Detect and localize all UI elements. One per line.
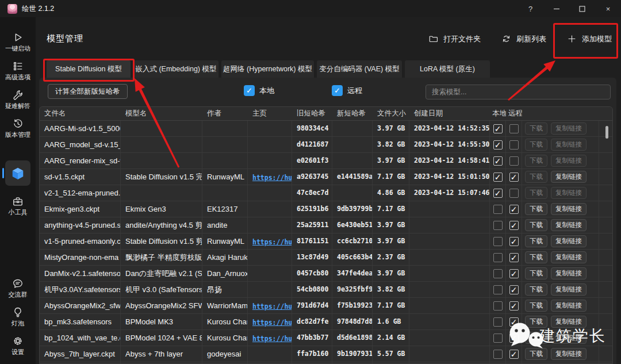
download-button[interactable]: 下载	[525, 139, 547, 151]
local-checkbox[interactable]	[493, 156, 503, 166]
local-checkbox[interactable]	[493, 350, 503, 359]
remote-checkbox[interactable]	[509, 156, 519, 166]
remote-checkbox[interactable]	[509, 253, 519, 262]
remote-checkbox[interactable]	[509, 221, 519, 230]
table-row[interactable]: v1-5-pruned-emaonly.c Stable Diffusion v…	[40, 233, 612, 250]
local-checkbox[interactable]	[493, 237, 503, 246]
remote-checkbox[interactable]	[509, 237, 519, 246]
download-button[interactable]: 下载	[525, 300, 547, 312]
local-checkbox[interactable]	[493, 285, 503, 294]
remote-checkbox[interactable]	[509, 350, 519, 359]
sidebar-item-version[interactable]: 版本管理	[2, 118, 34, 139]
local-checkbox[interactable]	[493, 269, 503, 278]
tab-hypernetwork[interactable]: 超网络 (Hypernetwork) 模型	[221, 60, 314, 78]
remote-checkbox[interactable]	[509, 285, 519, 294]
download-button[interactable]: 下载	[525, 251, 547, 263]
homepage-link[interactable]: https://hug	[252, 174, 292, 182]
copy-link-button[interactable]: 复制链接	[551, 283, 586, 296]
homepage-link[interactable]: https://hug	[252, 302, 292, 311]
add-model-button[interactable]: 添加模型	[567, 34, 612, 44]
table-row[interactable]: sd-v1.5.ckpt Stable Diffusion v1.5 完 Run…	[40, 169, 612, 185]
table-row[interactable]: AARG_model_sd-v.15_6 d4121687 3.82 GB 20…	[40, 137, 612, 153]
table-row[interactable]: 机甲v3.0AY.safetensors 机甲 v3.0 (SafeTensor…	[40, 282, 612, 298]
local-checkbox[interactable]	[493, 334, 503, 343]
refresh-list-button[interactable]: 刷新列表	[501, 34, 546, 44]
sidebar-item-community[interactable]: 交流群	[2, 278, 34, 299]
download-button[interactable]: 下载	[525, 235, 547, 247]
local-checkbox[interactable]	[493, 221, 503, 230]
copy-link-button[interactable]: 复制链接	[551, 348, 586, 360]
copy-link-button[interactable]: 复制链接	[551, 155, 586, 167]
download-button[interactable]: 下载	[525, 171, 547, 183]
local-checkbox[interactable]	[493, 317, 503, 327]
copy-link-button[interactable]: 复制链接	[551, 219, 586, 231]
table-row[interactable]: DanMix-v2.1.safetenso Danの韭寄吧融 v2.1 (Sa …	[40, 266, 612, 282]
homepage-link[interactable]: https://hug	[252, 319, 292, 327]
copy-link-button[interactable]: 复制链接	[551, 122, 586, 135]
table-row[interactable]: Abyss_7th_layer.ckpt Abyss + 7th layer g…	[40, 346, 612, 362]
download-button[interactable]: 下载	[525, 155, 547, 167]
remote-checkbox[interactable]	[509, 334, 519, 343]
copy-link-button[interactable]: 复制链接	[551, 235, 586, 247]
remote-checkbox[interactable]	[509, 301, 519, 311]
local-filter-checkbox[interactable]	[244, 85, 255, 96]
local-checkbox[interactable]	[493, 301, 503, 311]
copy-link-button[interactable]: 复制链接	[551, 316, 586, 328]
sidebar-item-troubleshoot[interactable]: 疑难解答	[2, 89, 34, 110]
close-button[interactable]: ×	[595, 0, 621, 17]
table-row[interactable]: anything-v4.5-pruned.s andite/Anything v…	[40, 217, 612, 233]
sidebar-item-tools[interactable]: 小工具	[2, 196, 34, 217]
download-button[interactable]: 下载	[525, 187, 547, 199]
local-checkbox[interactable]	[493, 253, 503, 262]
download-button[interactable]: 下载	[525, 267, 547, 279]
table-row[interactable]: bp_1024_with_vae_te.cl BPModel 1024 + VA…	[40, 330, 612, 346]
table-row[interactable]: AARG-Mi-sd-v1.5_5000 980334c4 3.97 GB 20…	[40, 121, 612, 137]
table-row[interactable]: MistyOrange-non-ema 飘渺橘子 半精度剪枝版 ( Akagi …	[40, 250, 612, 266]
remote-checkbox[interactable]	[509, 269, 519, 278]
table-row[interactable]: AARG_render-mix_sd-v e02601f3 3.97 GB 20…	[40, 153, 612, 169]
local-checkbox[interactable]	[493, 140, 503, 150]
table-row[interactable]: Ekmix-gen3.ckpt Ekmix Gen3 EK12317 62519…	[40, 201, 612, 217]
search-input[interactable]	[425, 85, 611, 99]
local-checkbox[interactable]	[493, 205, 503, 214]
remote-checkbox[interactable]	[509, 140, 519, 150]
copy-link-button[interactable]: 复制链接	[551, 171, 586, 183]
tab-vae[interactable]: 变分自编码器 (VAE) 模型	[317, 60, 402, 78]
sidebar-item-bulb[interactable]: 灯泡	[2, 306, 34, 328]
copy-link-button[interactable]: 复制链接	[551, 251, 586, 263]
copy-link-button[interactable]: 复制链接	[551, 332, 586, 344]
homepage-link[interactable]: https://hug	[252, 335, 292, 343]
tab-embedding[interactable]: 嵌入式 (Embedding) 模型	[133, 60, 218, 78]
local-checkbox[interactable]	[493, 124, 503, 133]
remote-checkbox[interactable]	[509, 317, 519, 327]
table-row[interactable]: v2-1_512-ema-pruned. 47c8ec7d 4.86 GB 20…	[40, 185, 612, 201]
remote-checkbox[interactable]	[509, 189, 519, 198]
remote-filter-checkbox[interactable]	[332, 85, 343, 96]
download-button[interactable]: 下载	[525, 122, 547, 135]
remote-checkbox[interactable]	[509, 124, 519, 133]
sidebar-item-advanced-options[interactable]: 高级选项	[2, 60, 34, 82]
local-checkbox[interactable]	[493, 173, 503, 182]
download-button[interactable]: 下载	[525, 348, 547, 360]
table-row[interactable]: bp_mk3.safetensors BPModel MK3 Kurosu Ch…	[40, 314, 612, 330]
download-button[interactable]: 下载	[525, 316, 547, 328]
local-checkbox[interactable]	[493, 189, 503, 198]
copy-link-button[interactable]: 复制链接	[551, 267, 586, 279]
tab-stable-diffusion[interactable]: Stable Diffusion 模型	[47, 60, 131, 78]
remote-checkbox[interactable]	[509, 205, 519, 214]
download-button[interactable]: 下载	[525, 219, 547, 231]
homepage-link[interactable]: https://hug	[252, 238, 292, 246]
minimize-button[interactable]	[543, 0, 569, 17]
sidebar-item-model-manager[interactable]	[5, 160, 30, 186]
remote-checkbox[interactable]	[509, 173, 519, 182]
sidebar-item-launch[interactable]: 一键启动	[2, 32, 34, 53]
download-button[interactable]: 下载	[525, 283, 547, 296]
copy-link-button[interactable]: 复制链接	[551, 139, 586, 151]
tab-lora[interactable]: LoRA 模型 (原生)	[405, 60, 490, 78]
download-button[interactable]: 下载	[525, 332, 547, 344]
copy-link-button[interactable]: 复制链接	[551, 300, 586, 312]
copy-link-button[interactable]: 复制链接	[551, 203, 586, 215]
table-row[interactable]: AbyssOrangeMix2_sfw. AbyssOrangeMix2 SFW…	[40, 298, 612, 314]
open-folder-button[interactable]: 打开文件夹	[428, 34, 481, 44]
vertical-scrollbar-thumb[interactable]	[605, 126, 608, 139]
